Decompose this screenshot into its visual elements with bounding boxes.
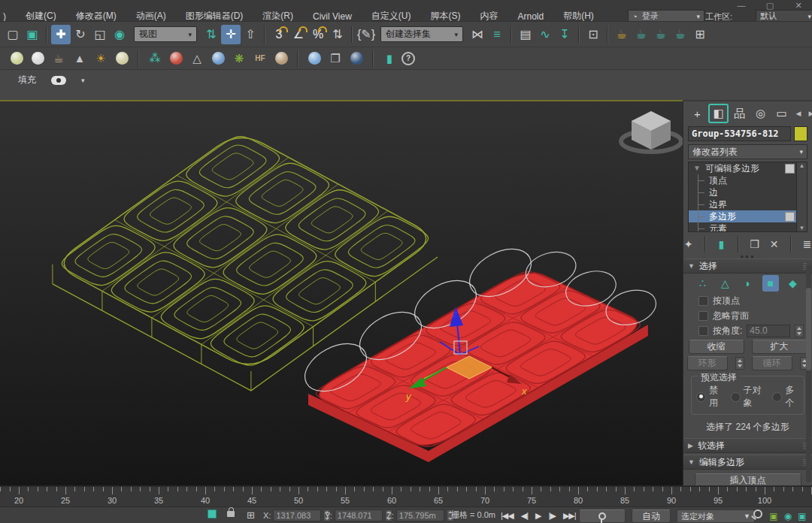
by-angle-row[interactable]: 按角度: 45.0 xyxy=(683,323,812,338)
scene-objects[interactable] xyxy=(53,137,660,462)
zoom-extents-icon[interactable]: ◉ xyxy=(781,509,795,523)
teapot-primitive-icon[interactable]: ☕ xyxy=(50,50,68,68)
y-coord-field[interactable]: 1748.071 xyxy=(335,509,383,521)
go-to-end-button[interactable]: ▶▶| xyxy=(560,509,579,521)
pin-stack-icon[interactable]: ✦ xyxy=(683,237,696,252)
stack-item-vertex[interactable]: 顶点 xyxy=(689,174,797,186)
scroll-up-icon[interactable]: ▲ xyxy=(799,162,805,169)
render-iterative-icon[interactable]: ☕ xyxy=(671,25,690,44)
ignore-backfacing-checkbox[interactable] xyxy=(698,311,708,321)
help-icon[interactable]: ? xyxy=(401,52,415,65)
paint-selection-icon[interactable]: ▣ xyxy=(23,25,42,44)
selection-filter-dropdown[interactable]: 选定对象 ▼ xyxy=(677,509,755,523)
visibility-toggle-icon[interactable] xyxy=(785,164,795,174)
next-frame-button[interactable]: |▶ xyxy=(546,509,559,521)
stack-root-row[interactable]: ▼ 可编辑多边形 xyxy=(689,162,797,174)
zoom-all-icon[interactable]: ▣ xyxy=(767,509,780,523)
make-unique-icon[interactable]: ❒ xyxy=(747,237,762,252)
dome-primitive-icon[interactable] xyxy=(8,50,26,68)
curve-editor-icon[interactable]: ∿ xyxy=(535,25,555,44)
height-field-icon[interactable]: HF xyxy=(251,50,269,68)
go-to-start-button[interactable]: |◀◀ xyxy=(498,509,517,521)
maximize-button[interactable]: ▢ xyxy=(764,0,776,11)
isolate-selection-toggle[interactable] xyxy=(208,509,217,518)
ignore-backfacing-row[interactable]: 忽略背面 xyxy=(683,308,812,323)
selection-center-icon[interactable]: ✛ xyxy=(221,25,241,44)
named-selection-set-combo[interactable]: 创建选择集▾ xyxy=(380,26,463,42)
vertex-mode-icon[interactable]: ∴ xyxy=(695,275,711,292)
scroll-down-icon[interactable]: ▼ xyxy=(799,225,805,231)
menu-civil-view[interactable]: Civil View xyxy=(313,11,352,22)
set-key-button[interactable] xyxy=(579,509,626,523)
cone-primitive-icon[interactable]: ▲ xyxy=(71,50,89,68)
play-button[interactable]: ▶ xyxy=(532,509,544,521)
viewcube[interactable] xyxy=(621,111,681,152)
preview-subobj-radio[interactable]: 子对象 xyxy=(731,384,765,410)
element-mode-icon[interactable]: ◆ xyxy=(785,275,801,292)
percent-snap-icon[interactable]: % xyxy=(308,25,328,44)
disc-primitive-icon[interactable] xyxy=(113,50,131,68)
select-scale-icon[interactable]: ◱ xyxy=(90,25,110,44)
show-end-result-icon[interactable]: ▮ xyxy=(714,237,729,252)
menu-arnold[interactable]: Arnold xyxy=(517,11,544,22)
shaded-sphere-icon[interactable] xyxy=(347,50,365,68)
rollout-edit-polygons[interactable]: ▼ 编辑多边形 ⣿ xyxy=(683,455,812,470)
preview-multi-radio[interactable]: 多个 xyxy=(772,384,799,410)
state-sets-icon[interactable]: ⊞ xyxy=(690,25,710,44)
noise-sphere-icon[interactable] xyxy=(209,50,227,68)
tab-display[interactable]: ▭ xyxy=(772,104,791,122)
reference-coordinate-combo[interactable]: 视图▾ xyxy=(134,26,197,42)
object-name-field[interactable]: Group-534756-812 xyxy=(688,126,791,141)
stack-item-element[interactable]: 元素 xyxy=(689,222,797,232)
object-color-swatch[interactable] xyxy=(794,126,807,141)
lattice-icon[interactable]: △ xyxy=(188,50,206,68)
tab-scroll-right[interactable]: ▶ xyxy=(806,104,812,122)
named-selection-icon[interactable]: {✎} xyxy=(356,25,376,44)
visibility-toggle-icon[interactable] xyxy=(785,212,795,222)
rock-icon[interactable] xyxy=(272,50,290,68)
rollout-selection[interactable]: ▼ 选择 ⣿ xyxy=(683,258,812,274)
edge-mode-icon[interactable]: △ xyxy=(717,275,734,292)
insert-vertex-button[interactable]: 插入顶点 xyxy=(695,473,801,486)
stack-scrollbar[interactable]: ▲ ▼ xyxy=(796,162,807,231)
z-coord-field[interactable]: 175.795m xyxy=(396,509,444,521)
spinner-snap-icon[interactable]: ⇅ xyxy=(328,25,347,44)
select-region-icon[interactable]: ▢ xyxy=(3,25,23,44)
blue-sphere-icon[interactable] xyxy=(305,50,323,68)
populate-tab[interactable]: 填充 ▾ xyxy=(18,74,85,86)
tab-scroll-left[interactable]: ◀ xyxy=(793,104,804,122)
close-button[interactable]: ✕ xyxy=(792,0,804,11)
selection-lock-icon[interactable] xyxy=(227,507,235,517)
remove-modifier-icon[interactable]: ✕ xyxy=(767,237,782,252)
scene-explorer-icon[interactable]: ▤ xyxy=(516,25,535,44)
by-vertex-row[interactable]: 按顶点 xyxy=(683,293,812,308)
modifier-list-dropdown[interactable]: 修改器列表 ▾ xyxy=(688,144,807,159)
tab-hierarchy[interactable]: 品 xyxy=(730,104,749,122)
foliage-icon[interactable]: ❋ xyxy=(230,50,248,68)
tab-create[interactable]: + xyxy=(688,104,707,122)
rollout-soft-selection[interactable]: ▶ 软选择 ⣿ xyxy=(683,438,812,453)
border-mode-icon[interactable]: ◗ xyxy=(740,275,756,292)
render-production-icon[interactable]: ☕ xyxy=(651,25,671,44)
angle-value-field[interactable]: 45.0 xyxy=(747,325,790,337)
timeline-ruler[interactable]: 20253035404550556065707580859095100 xyxy=(0,485,812,508)
snaps-toggle-icon[interactable]: 3 xyxy=(269,25,289,44)
perspective-viewport[interactable]: z y x xyxy=(0,100,683,487)
tab-motion[interactable]: ◎ xyxy=(751,104,770,122)
place-tool-icon[interactable]: ⇧ xyxy=(241,25,260,44)
by-vertex-checkbox[interactable] xyxy=(698,296,708,306)
ring-button[interactable]: 环形 xyxy=(687,356,728,370)
panel-scrollbar[interactable] xyxy=(806,265,811,482)
rendered-frame-icon[interactable]: ☕ xyxy=(632,25,651,44)
viewport-canvas[interactable]: z y x xyxy=(0,101,683,485)
stack-item-border[interactable]: 边界 xyxy=(689,198,797,210)
align-icon[interactable]: ≡ xyxy=(487,25,507,44)
stack-item-polygon[interactable]: 多边形 xyxy=(689,210,797,222)
auto-key-button[interactable]: 自动 xyxy=(632,509,671,523)
angle-spinner[interactable] xyxy=(795,325,804,337)
ring-spinner[interactable] xyxy=(735,357,744,370)
polygon-mode-icon[interactable]: ■ xyxy=(762,275,779,292)
maximize-viewport-icon[interactable]: ▣ xyxy=(795,509,809,523)
metaball-icon[interactable] xyxy=(167,50,185,68)
by-angle-checkbox[interactable] xyxy=(698,326,708,336)
